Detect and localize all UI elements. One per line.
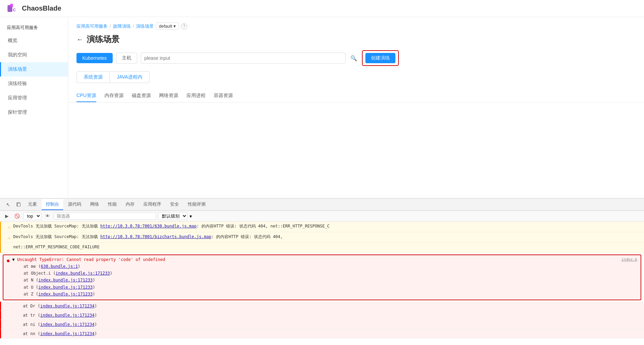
devtools-context-select[interactable]: top: [23, 212, 41, 220]
sidebar-item-drill-scene[interactable]: 演练场景: [0, 62, 68, 77]
devtools-tab-sources[interactable]: 源代码: [64, 199, 85, 210]
back-arrow[interactable]: ←: [76, 36, 83, 43]
resource-tab-net[interactable]: 网络资源: [159, 90, 178, 102]
devtools-mobile-icon[interactable]: ⧠: [14, 200, 23, 209]
tab-host[interactable]: 主机: [116, 53, 137, 64]
stack-link-3[interactable]: index.bundle.js:171233: [38, 285, 93, 290]
stack-cont-nn: ● at nn (index.bundle.js:171234): [0, 329, 644, 339]
stack-cont-tr-text: at tr (index.bundle.js:171234): [13, 312, 97, 318]
devtools-tab-console[interactable]: 控制台: [42, 199, 63, 210]
error-main-line: ● ▼ Uncaught TypeError: Cannot read prop…: [7, 257, 637, 263]
resource-tab-mem[interactable]: 内存资源: [104, 90, 124, 102]
resource-tab-proc[interactable]: 应用进程: [186, 90, 206, 102]
console-warning-2: ⚠ DevTools 无法加载 SourceMap: 无法加载 http://1…: [0, 232, 644, 243]
stack-link-0[interactable]: 630.bundle.js:1: [41, 264, 78, 269]
sourcemap-link-1[interactable]: http://10.3.0.78:7001/630.bundle.js.map: [100, 224, 197, 229]
resource-tab-container[interactable]: 容器资源: [214, 90, 233, 102]
stack-line-4: at Z (index.bundle.js:171233): [14, 291, 637, 298]
sidebar-section-title: 应用高可用服务: [0, 20, 68, 33]
tab-kubernetes[interactable]: Kubernetes: [76, 53, 113, 63]
breadcrumb-sep-1: /: [133, 24, 134, 29]
logo-text: ChaosBlade: [22, 4, 61, 12]
stack-cont-dr: ● at Dr (index.bundle.js:171234): [0, 302, 644, 311]
warning-icon-1: ⚠: [8, 224, 11, 231]
devtools-tab-perf-test[interactable]: 性能评测: [184, 199, 210, 210]
error-stack: at me (630.bundle.js:1) at Object.i (ind…: [7, 263, 637, 298]
warning-icon-2: ⚠: [8, 234, 11, 241]
sourcemap-link-2[interactable]: http://10.3.0.78:7001/bizcharts.bundle.j…: [100, 234, 211, 239]
stack-link-ni[interactable]: index.bundle.js:171234: [40, 322, 95, 327]
search-input-wrap: [141, 53, 346, 64]
create-button-highlight: 创建演练: [362, 50, 399, 66]
devtools-tabs: ↖ ⧠ 元素 控制台 源代码 网络 性能 内存 应用程序 安全 性能评测: [0, 198, 644, 211]
sub-tab-java[interactable]: JAVA进程内: [110, 71, 150, 83]
devtools-run-icon[interactable]: ▶: [3, 212, 11, 220]
devtools-cursor-icon[interactable]: ↖: [3, 200, 13, 209]
devtools-level-select[interactable]: 默认级别: [158, 212, 187, 220]
console-warning-cont: ⚠ net::ERR_HTTP_RESPONSE_CODE_FAILURE: [0, 243, 644, 253]
devtools-tab-security[interactable]: 安全: [166, 199, 183, 210]
breadcrumb-sep-0: /: [110, 24, 111, 29]
error-main-text: ▼ Uncaught TypeError: Cannot read proper…: [12, 257, 619, 262]
svg-rect-1: [10, 4, 13, 7]
devtools-console-content: ⚠ DevTools 无法加载 SourceMap: 无法加载 http://1…: [0, 222, 644, 345]
breadcrumb-item-0[interactable]: 应用高可用服务: [76, 23, 108, 29]
page-title: 演练场景: [87, 34, 120, 45]
devtools-eye-icon[interactable]: 👁: [43, 212, 52, 220]
devtools-tab-memory[interactable]: 内存: [122, 199, 139, 210]
sidebar: 应用高可用服务 概览 我的空间 演练场景 演练经验 应用管理 探针管理: [0, 17, 68, 198]
main-layout: 应用高可用服务 概览 我的空间 演练场景 演练经验 应用管理 探针管理 应用高可…: [0, 17, 644, 198]
app-header: C ChaosBlade: [0, 0, 644, 17]
stack-line-2: at N (index.bundle.js:171233): [14, 277, 637, 284]
console-warning-1: ⚠ DevTools 无法加载 SourceMap: 无法加载 http://1…: [0, 222, 644, 232]
stack-cont-dr-text: at Dr (index.bundle.js:171234): [13, 303, 97, 309]
sub-tab-row: 系统资源 JAVA进程内: [68, 71, 644, 86]
error-file-link[interactable]: index.b: [621, 257, 637, 262]
stack-link-tr[interactable]: index.bundle.js:171234: [40, 313, 95, 318]
breadcrumb-item-1[interactable]: 故障演练: [113, 23, 131, 29]
devtools-toolbar: ▶ 🚫 top 👁 默认级别 ▾: [0, 211, 644, 222]
sub-tab-system[interactable]: 系统资源: [76, 71, 110, 83]
devtools-block-icon[interactable]: 🚫: [13, 212, 21, 220]
resource-tab-cpu[interactable]: CPU资源: [76, 90, 96, 102]
stack-cont-ni-text: at ni (index.bundle.js:171234): [13, 321, 97, 328]
stack-link-nn[interactable]: index.bundle.js:171234: [40, 331, 95, 336]
sidebar-item-probe-mgmt[interactable]: 探针管理: [0, 105, 68, 120]
stack-line-3: at U (index.bundle.js:171233): [14, 284, 637, 291]
devtools-filter-input[interactable]: [54, 212, 156, 220]
stack-line-0: at me (630.bundle.js:1): [14, 263, 637, 270]
search-button[interactable]: 🔍: [349, 55, 359, 61]
breadcrumb-help[interactable]: ?: [181, 23, 187, 29]
breadcrumb: 应用高可用服务 / 故障演练 / 演练场景 default ▾ ?: [68, 17, 644, 32]
stack-cont-nn-text: at nn (index.bundle.js:171234): [13, 331, 97, 337]
breadcrumb-item-2[interactable]: 演练场景: [136, 23, 154, 29]
sidebar-item-drill-exp[interactable]: 演练经验: [0, 77, 68, 91]
devtools-tab-performance[interactable]: 性能: [104, 199, 121, 210]
svg-text:C: C: [13, 8, 16, 12]
resource-tab-row: CPU资源 内存资源 磁盘资源 网络资源 应用进程 容器资源: [68, 86, 644, 102]
console-warning-text-cont: net::ERR_HTTP_RESPONSE_CODE_FAILURE: [13, 244, 100, 250]
sidebar-item-myspace[interactable]: 我的空间: [0, 48, 68, 62]
devtools-panel: ↖ ⧠ 元素 控制台 源代码 网络 性能 内存 应用程序 安全 性能评测 ▶ 🚫…: [0, 198, 644, 345]
stack-link-4[interactable]: index.bundle.js:171233: [38, 292, 93, 296]
breadcrumb-dropdown[interactable]: default ▾: [156, 23, 179, 30]
logo: C ChaosBlade: [7, 2, 61, 15]
sidebar-item-app-mgmt[interactable]: 应用管理: [0, 91, 68, 105]
sidebar-item-overview[interactable]: 概览: [0, 33, 68, 48]
devtools-tab-elements[interactable]: 元素: [24, 199, 41, 210]
stack-cont-ni: ● at ni (index.bundle.js:171234): [0, 320, 644, 329]
main-content: 应用高可用服务 / 故障演练 / 演练场景 default ▾ ? ← 演练场景…: [68, 17, 644, 198]
create-drill-button[interactable]: 创建演练: [365, 53, 395, 63]
devtools-tab-network[interactable]: 网络: [86, 199, 103, 210]
stack-link-1[interactable]: index.bundle.js:171233: [56, 271, 110, 276]
resource-tab-disk[interactable]: 磁盘资源: [132, 90, 151, 102]
stack-link-2[interactable]: index.bundle.js:171233: [38, 278, 93, 282]
stack-cont-tr: ● at tr (index.bundle.js:171234): [0, 311, 644, 320]
console-warning-text-2: DevTools 无法加载 SourceMap: 无法加载 http://10.…: [13, 234, 283, 240]
stack-link-dr[interactable]: index.bundle.js:171234: [40, 304, 95, 308]
logo-icon: C: [7, 2, 19, 15]
search-input[interactable]: [144, 55, 342, 61]
stack-line-1: at Object.i (index.bundle.js:171233): [14, 270, 637, 277]
devtools-tab-application[interactable]: 应用程序: [139, 199, 165, 210]
error-block: ● ▼ Uncaught TypeError: Cannot read prop…: [3, 254, 641, 301]
